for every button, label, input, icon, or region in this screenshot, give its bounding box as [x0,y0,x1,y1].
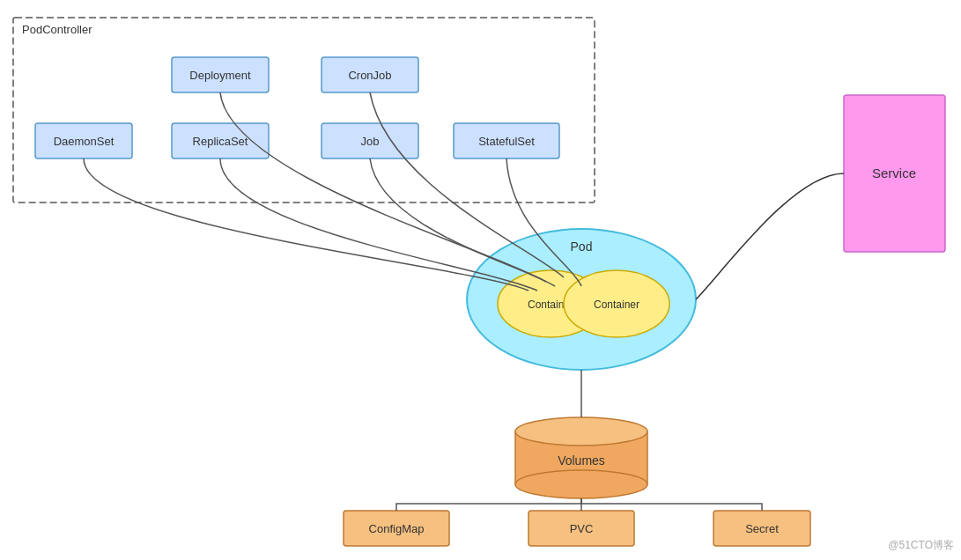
volumes-cylinder-bottom [515,470,647,498]
watermark-text: @51CTO博客 [888,538,954,553]
deployment-label: Deployment [189,69,251,82]
volumes-cylinder-top [515,417,647,446]
configmap-label: ConfigMap [369,522,425,535]
replicaset-label: ReplicaSet [193,135,248,148]
pod-controller-label: PodController [22,23,92,36]
pvc-label: PVC [570,522,594,535]
cronjob-label: CronJob [348,69,391,82]
volumes-label: Volumes [558,453,605,468]
secret-label: Secret [745,522,779,535]
daemonset-label: DaemonSet [54,135,115,148]
container2-label: Container [594,298,639,311]
service-label: Service [872,166,916,181]
job-label: Job [361,135,380,148]
pod-label: Pod [571,239,593,254]
statefulset-label: StatefulSet [478,135,535,148]
architecture-diagram: PodController DaemonSet Deployment Repli… [0,0,961,560]
